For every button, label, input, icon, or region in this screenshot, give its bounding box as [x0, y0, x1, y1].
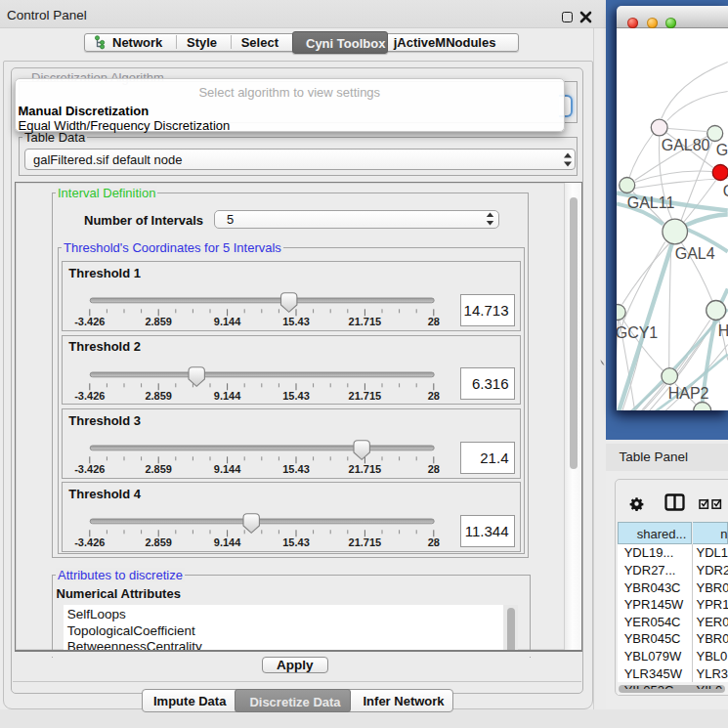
svg-text:GA: GA	[716, 141, 728, 157]
svg-text:9.144: 9.144	[214, 536, 241, 548]
svg-text:9.144: 9.144	[214, 463, 241, 475]
svg-text:2.859: 2.859	[145, 389, 172, 401]
svg-text:15.43: 15.43	[282, 389, 310, 401]
svg-text:HAP2: HAP2	[668, 384, 709, 401]
svg-text:2.859: 2.859	[145, 316, 172, 327]
svg-text:28: 28	[427, 316, 439, 327]
svg-text:-3.426: -3.426	[74, 389, 105, 401]
svg-text:2.859: 2.859	[145, 536, 172, 548]
svg-text:9.144: 9.144	[214, 389, 241, 401]
svg-text:15.43: 15.43	[282, 316, 310, 327]
svg-text:GAL11: GAL11	[627, 193, 675, 210]
svg-text:GCY1: GCY1	[617, 323, 658, 340]
svg-text:15.43: 15.43	[282, 463, 310, 475]
svg-text:-3.426: -3.426	[74, 463, 105, 475]
svg-text:28: 28	[427, 536, 439, 548]
svg-text:-3.426: -3.426	[74, 316, 105, 327]
svg-text:C: C	[723, 182, 728, 198]
svg-text:2.859: 2.859	[145, 463, 172, 475]
svg-text:9.144: 9.144	[214, 316, 241, 327]
svg-text:28: 28	[427, 389, 439, 401]
svg-text:28: 28	[427, 463, 439, 475]
svg-text:21.715: 21.715	[348, 316, 381, 327]
svg-text:21.715: 21.715	[348, 536, 381, 548]
svg-text:15.43: 15.43	[282, 536, 310, 548]
svg-text:GAL80: GAL80	[662, 136, 710, 152]
svg-text:-3.426: -3.426	[74, 536, 105, 548]
svg-text:21.715: 21.715	[348, 463, 381, 475]
svg-text:H: H	[718, 321, 728, 338]
svg-text:21.715: 21.715	[348, 389, 381, 401]
svg-text:GAL4: GAL4	[675, 244, 715, 261]
